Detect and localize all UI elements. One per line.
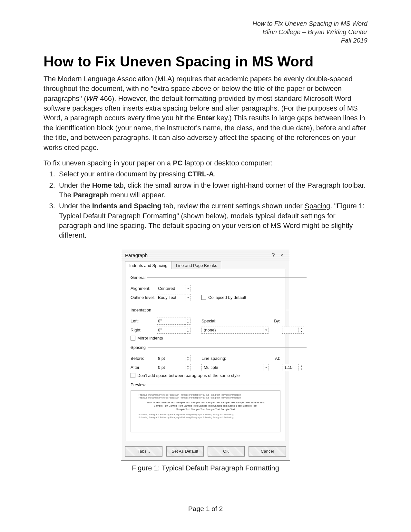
at-spinner[interactable]: ▴▾	[298, 364, 304, 371]
indentation-section: Indentation Left: 0" ▴▾ Special: By: Rig…	[130, 308, 307, 340]
at-label: At:	[270, 356, 282, 361]
collapsed-checkbox[interactable]	[201, 295, 206, 300]
help-icon[interactable]: ?	[269, 252, 278, 258]
set-default-button[interactable]: Set As Default	[166, 446, 204, 457]
spacing-section: Spacing Before: 8 pt ▴▾ Line spacing: At…	[130, 345, 307, 378]
by-input[interactable]	[282, 327, 299, 334]
no-add-space-checkbox[interactable]	[131, 373, 135, 378]
outline-combo[interactable]: Body Text	[156, 294, 185, 301]
after-input[interactable]: 0 pt	[156, 364, 185, 371]
right-label: Right:	[131, 328, 156, 332]
page-title: How to Fix Uneven Spacing in MS Word	[44, 54, 367, 70]
preview-section: Preview Previous Paragraph Previous Para…	[130, 382, 281, 432]
outline-label: Outline level:	[131, 295, 156, 300]
mirror-checkbox[interactable]	[131, 336, 135, 340]
by-label: By:	[270, 319, 282, 323]
header-line-2: Blinn College – Bryan Writing Center	[44, 28, 367, 36]
cancel-button[interactable]: Cancel	[249, 446, 286, 457]
left-label: Left:	[131, 319, 156, 323]
tab-indents-spacing[interactable]: Indents and Spacing	[125, 261, 172, 269]
before-input[interactable]: 8 pt	[156, 355, 185, 362]
steps-list: Select your entire document by pressing …	[44, 169, 367, 241]
after-label: After:	[131, 365, 156, 370]
dialog-title: Paragraph	[125, 252, 269, 258]
step-1: Select your entire document by pressing …	[57, 169, 367, 179]
right-spinner[interactable]: ▴▾	[185, 327, 191, 334]
step-3: Under the Indents and Spacing tab, revie…	[57, 201, 367, 240]
by-spinner[interactable]: ▴▾	[298, 327, 304, 334]
line-spacing-label: Line spacing:	[201, 356, 234, 361]
after-spinner[interactable]: ▴▾	[185, 364, 191, 371]
paragraph-dialog: Paragraph ? × Indents and Spacing Line a…	[121, 249, 290, 461]
special-label: Special:	[201, 319, 234, 323]
general-section: General Alignment: Centered ▾ Outline le…	[130, 275, 307, 303]
header-line-3: Fall 2019	[44, 36, 367, 44]
at-input[interactable]: 1.15	[282, 364, 299, 371]
tabs-button[interactable]: Tabs...	[125, 446, 162, 457]
line-spacing-combo[interactable]: Multiple	[201, 364, 263, 371]
right-input[interactable]: 0"	[156, 327, 185, 334]
mirror-label: Mirror indents	[137, 336, 163, 340]
chevron-down-icon[interactable]: ▾	[263, 327, 269, 334]
running-header: How to Fix Uneven Spacing in MS Word Bli…	[44, 19, 367, 44]
alignment-combo[interactable]: Centered	[156, 285, 185, 292]
left-spinner[interactable]: ▴▾	[185, 318, 191, 325]
collapsed-label: Collapsed by default	[208, 295, 246, 300]
page-footer: Page 1 of 2	[0, 505, 411, 513]
dialog-titlebar: Paragraph ? ×	[121, 249, 290, 261]
left-input[interactable]: 0"	[156, 318, 185, 325]
close-icon[interactable]: ×	[278, 252, 286, 258]
step-2: Under the Home tab, click the small arro…	[57, 181, 367, 200]
figure-caption: Figure 1: Typical Default Paragraph Form…	[44, 464, 367, 472]
chevron-down-icon[interactable]: ▾	[185, 294, 191, 301]
tab-line-page-breaks[interactable]: Line and Page Breaks	[172, 261, 221, 269]
intro-paragraph-1: The Modern Language Association (MLA) re…	[44, 74, 367, 153]
no-add-space-label: Don't add space between paragraphs of th…	[137, 373, 240, 378]
ok-button[interactable]: OK	[208, 446, 245, 457]
chevron-down-icon[interactable]: ▾	[185, 285, 191, 292]
before-spinner[interactable]: ▴▾	[185, 355, 191, 362]
before-label: Before:	[131, 356, 156, 361]
chevron-down-icon[interactable]: ▾	[263, 364, 269, 371]
special-combo[interactable]: (none)	[201, 327, 263, 334]
header-line-1: How to Fix Uneven Spacing in MS Word	[44, 19, 367, 28]
intro-paragraph-2: To fix uneven spacing in your paper on a…	[44, 158, 367, 168]
preview-box: Previous Paragraph Previous Paragraph Pr…	[131, 390, 280, 432]
alignment-label: Alignment:	[131, 286, 156, 291]
